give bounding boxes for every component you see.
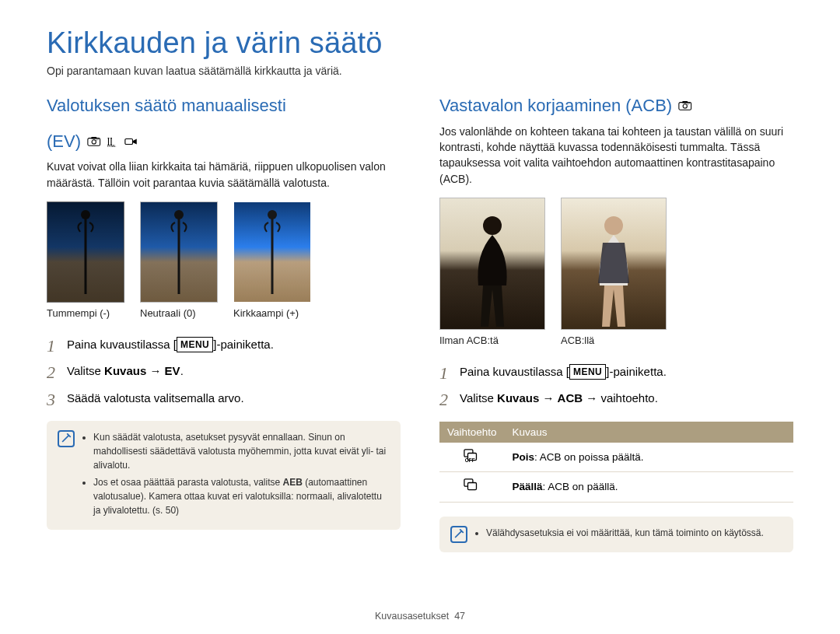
acb-off-icon: OFF	[464, 449, 481, 463]
left-mode-icons: P DUAL	[87, 136, 138, 147]
step-text: ]-painiketta.	[213, 338, 274, 351]
left-notebox: Kun säädät valotusta, asetukset pysyvät …	[47, 421, 401, 530]
acb-example: ACB:llä	[561, 198, 667, 346]
right-steps: Paina kuvaustilassa [MENU]-painiketta. V…	[439, 359, 793, 412]
right-column: Vastavalon korjaaminen (ACB) P Jos valon…	[439, 94, 793, 552]
note-text: Jos et osaa päättää parasta valotusta, v…	[93, 477, 282, 488]
left-heading: Valotuksen säätö manuaalisesti (EV) P DU…	[47, 94, 401, 152]
table-header-row: Vaihtoehto Kuvaus	[439, 422, 793, 443]
svg-rect-22	[467, 483, 476, 490]
table-bold: Päällä	[513, 481, 543, 492]
ev-caption: Kirkkaampi (+)	[233, 307, 299, 319]
note-item: Kun säädät valotusta, asetukset pysyvät …	[93, 430, 390, 472]
ev-thumb-dark	[47, 201, 124, 303]
step-arrow: →	[539, 391, 557, 405]
step-item: Valitse Kuvaus → EV.	[47, 358, 401, 385]
acb-examples-row: Ilman ACB:tä ACB:llä	[439, 198, 793, 346]
step-text: Paina kuvaustilassa [	[460, 365, 569, 378]
step-text: Säädä valotusta valitsemalla arvo.	[67, 391, 244, 405]
note-text: Kun säädät valotusta, asetukset pysyvät …	[93, 432, 386, 471]
table-row: OFF Pois: ACB on poissa päältä.	[439, 443, 793, 472]
left-heading-line2: (EV)	[47, 130, 81, 153]
svg-text:OFF: OFF	[465, 457, 475, 463]
step-item: Säädä valotusta valitsemalla arvo.	[47, 385, 401, 412]
menu-chip: MENU	[177, 337, 213, 352]
ev-example: Neutraali (0)	[140, 201, 218, 319]
svg-point-17	[604, 216, 623, 235]
ev-thumb-neutral	[140, 201, 218, 303]
table-header: Kuvaus	[505, 422, 793, 443]
options-table: Vaihtoehto Kuvaus OFF Pois: ACB on poiss…	[439, 422, 793, 503]
table-text: : ACB on päällä.	[543, 481, 618, 492]
menu-chip: MENU	[569, 364, 606, 380]
svg-point-9	[174, 210, 184, 219]
step-bold: Kuvaus	[104, 364, 146, 377]
acb-thumb-off	[439, 198, 545, 330]
note-icon	[58, 430, 75, 447]
step-bold: ACB	[558, 391, 583, 405]
program-icon: P	[678, 100, 692, 111]
note-bold: AEB	[282, 477, 302, 488]
acb-caption: Ilman ACB:tä	[439, 335, 499, 346]
ev-example: Kirkkaampi (+)	[233, 201, 311, 319]
step-bold: Kuvaus	[497, 391, 539, 405]
table-text: : ACB on poissa päältä.	[534, 451, 643, 463]
right-heading: Vastavalon korjaaminen (ACB) P	[439, 94, 793, 117]
acb-thumb-on	[561, 198, 667, 330]
ev-example: Tummempi (-)	[47, 201, 124, 319]
program-icon: P	[87, 136, 101, 147]
svg-rect-14	[682, 101, 688, 103]
footer-page: 47	[454, 611, 465, 622]
ev-caption: Neutraali (0)	[140, 307, 196, 319]
table-row: Päällä: ACB on päällä.	[439, 472, 793, 502]
right-body: Jos valonlähde on kohteen takana tai koh…	[439, 124, 793, 187]
step-text: ]-painiketta.	[606, 365, 667, 378]
note-body: Välähdysasetuksia ei voi määrittää, kun …	[475, 526, 764, 543]
step-arrow: →	[146, 364, 164, 377]
table-desc-cell: Päällä: ACB on päällä.	[505, 472, 793, 502]
svg-point-16	[483, 216, 502, 235]
note-body: Kun säädät valotusta, asetukset pysyvät …	[82, 430, 390, 520]
page-title: Kirkkauden ja värin säätö	[47, 26, 793, 60]
svg-point-13	[683, 104, 687, 108]
right-notebox: Välähdysasetuksia ei voi määrittää, kun …	[439, 517, 793, 552]
table-bold: Pois	[513, 451, 535, 463]
page-subtitle: Opi parantamaan kuvan laatua säätämällä …	[47, 65, 793, 77]
acb-example: Ilman ACB:tä	[439, 198, 545, 346]
left-body: Kuvat voivat olla liian kirkkaita tai hä…	[47, 159, 401, 191]
note-text: Välähdysasetuksia ei voi määrittää, kun …	[486, 527, 764, 538]
svg-text:P: P	[688, 102, 690, 106]
svg-point-1	[92, 139, 96, 143]
movie-icon	[124, 136, 138, 147]
table-desc-cell: Pois: ACB on poissa päältä.	[505, 443, 793, 472]
svg-rect-2	[91, 136, 96, 138]
table-icon-cell	[439, 472, 505, 502]
table-header: Vaihtoehto	[439, 422, 505, 443]
ev-caption: Tummempi (-)	[47, 307, 110, 319]
step-item: Paina kuvaustilassa [MENU]-painiketta.	[439, 359, 793, 386]
step-text: → vaihtoehto.	[583, 391, 658, 405]
table-icon-cell: OFF	[439, 443, 505, 472]
note-item: Välähdysasetuksia ei voi määrittää, kun …	[486, 526, 764, 540]
footer-label: Kuvausasetukset	[375, 611, 449, 622]
step-text: .	[180, 364, 184, 377]
right-heading-text: Vastavalon korjaaminen (ACB)	[439, 94, 672, 117]
note-item: Jos et osaa päättää parasta valotusta, v…	[93, 475, 390, 517]
svg-text:DUAL: DUAL	[107, 144, 117, 147]
dual-is-icon: DUAL	[106, 136, 120, 147]
step-item: Paina kuvaustilassa [MENU]-painiketta.	[47, 331, 401, 359]
page-footer: Kuvausasetukset 47	[0, 611, 840, 622]
left-column: Valotuksen säätö manuaalisesti (EV) P DU…	[47, 94, 401, 552]
page: Kirkkauden ja värin säätö Opi parantamaa…	[0, 0, 840, 634]
svg-rect-5	[125, 138, 133, 144]
note-icon	[450, 526, 467, 543]
step-item: Valitse Kuvaus → ACB → vaihtoehto.	[439, 385, 793, 412]
ev-thumb-bright	[233, 201, 311, 303]
svg-point-7	[81, 210, 90, 219]
step-text: Paina kuvaustilassa [	[67, 338, 177, 351]
svg-point-11	[268, 210, 277, 219]
right-mode-icons: P	[678, 100, 692, 111]
step-text: Valitse	[67, 364, 104, 377]
columns: Valotuksen säätö manuaalisesti (EV) P DU…	[47, 94, 793, 552]
left-heading-line1: Valotuksen säätö manuaalisesti	[47, 94, 286, 117]
